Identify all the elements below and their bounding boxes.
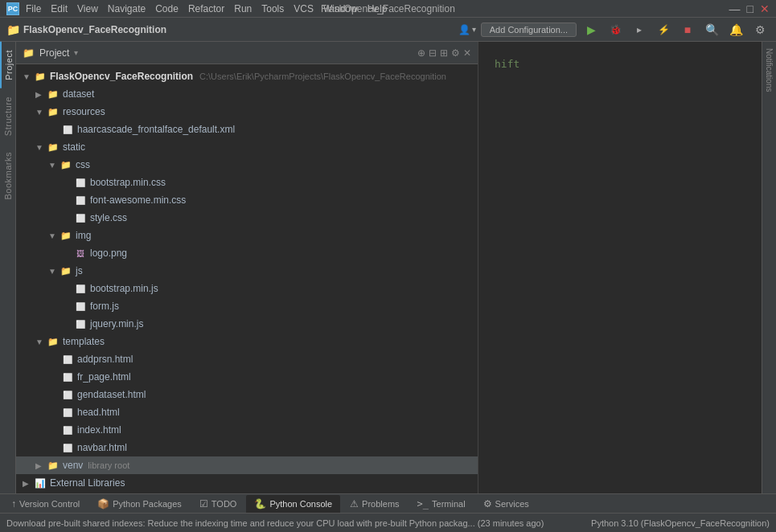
menu-tools[interactable]: Tools [261,3,284,14]
stop-button[interactable]: ■ [678,20,697,39]
sidebar-tab-bookmarks[interactable]: Bookmarks [1,144,15,208]
add-configuration-button[interactable]: Add Configuration... [481,23,577,37]
panel-close-icon[interactable]: ✕ [463,47,471,59]
expand-all-icon[interactable]: ⊞ [440,47,448,59]
tree-item-logo-png[interactable]: 🖼 logo.png [16,244,478,262]
menu-vcs[interactable]: VCS [294,3,314,14]
tree-label-form-js: form.js [90,301,119,312]
tree-item-root[interactable]: ▼ 📁 FlaskOpencv_FaceRecognition C:\Users… [16,68,478,85]
maximize-button[interactable]: □ [747,2,753,15]
tree-item-ext-libs[interactable]: ▶ 📊 External Libraries [16,474,478,492]
tree-label-fontawesome-css: font-awesome.min.css [90,194,186,206]
tree-item-templates[interactable]: ▼ 📁 templates [16,333,478,350]
sidebar-tab-structure[interactable]: Structure [1,88,15,144]
tree-item-gendataset[interactable]: ⬜ gendataset.html [16,386,478,403]
tab-version-control[interactable]: ↑ Version Control [3,495,88,513]
locate-file-icon[interactable]: ⊕ [417,47,425,59]
tree-item-frpage[interactable]: ⬜ fr_page.html [16,368,478,386]
folder-icon-root: 📁 [34,70,47,83]
tab-services[interactable]: ⚙ Services [475,495,537,513]
panel-settings-icon[interactable]: ⚙ [451,47,460,59]
project-panel-controls: ⊕ ⊟ ⊞ ⚙ ✕ [417,47,471,59]
user-icon[interactable]: 👤 ▾ [458,24,476,35]
tree-label-dataset: dataset [63,88,94,100]
tree-item-scratches[interactable]: 📝 Scratches and Consoles [16,492,478,493]
tree-item-index[interactable]: ⬜ index.html [16,421,478,439]
tree-arrow-root: ▼ [23,72,34,81]
tree-label-gendataset: gendataset.html [77,389,146,400]
menu-file[interactable]: File [26,3,41,14]
tab-terminal[interactable]: >_ Terminal [409,495,474,513]
menu-view[interactable]: View [77,3,98,14]
tree-item-fontawesome-css[interactable]: ⬜ font-awesome.min.css [16,191,478,209]
tree-item-img-folder[interactable]: ▼ 📁 img [16,227,478,244]
notifications-sidebar: Notifications [762,42,776,493]
tab-problems[interactable]: ⚠ Problems [342,495,407,513]
debug-button[interactable]: 🐞 [606,20,625,39]
close-button[interactable]: ✕ [760,2,770,15]
notifications-button[interactable]: 🔔 [726,20,745,39]
problems-icon: ⚠ [350,498,359,509]
tree-label-ext-libs: External Libraries [50,477,125,489]
profile-button[interactable]: ⚡ [654,20,673,39]
tree-label-bootstrap-js: bootstrap.min.js [90,283,158,294]
tree-arrow-js-folder: ▼ [48,267,60,276]
app-title: FlaskOpencv_FaceRecognition [321,3,455,14]
tree-item-form-js[interactable]: ⬜ form.js [16,297,478,315]
js-icon-bootstrap: ⬜ [74,282,87,295]
search-everywhere-button[interactable]: 🔍 [702,20,721,39]
tree-item-head[interactable]: ⬜ head.html [16,403,478,421]
tab-todo[interactable]: ☑ TODO [191,495,245,513]
tree-arrow-ext-libs: ▶ [23,479,34,488]
run-button[interactable]: ▶ [581,20,601,39]
menu-edit[interactable]: Edit [51,3,68,14]
tree-item-jquery-js[interactable]: ⬜ jquery.min.js [16,315,478,333]
tree-label-js-folder: js [76,265,83,276]
settings-button[interactable]: ⚙ [750,20,770,39]
tree-label-frpage: fr_page.html [77,371,131,383]
sidebar-tab-project[interactable]: Project [0,42,16,88]
tree-item-js-folder[interactable]: ▼ 📁 js [16,262,478,280]
html-icon-frpage: ⬜ [61,370,74,383]
tree-label-jquery-js: jquery.min.js [90,318,143,329]
tree-label-templates: templates [63,336,105,347]
project-panel-title: Project [39,47,69,59]
tree-item-addprsn[interactable]: ⬜ addprsn.html [16,350,478,368]
menu-code[interactable]: Code [155,3,179,14]
js-icon-form: ⬜ [74,300,87,313]
toolbar-right: 👤 ▾ Add Configuration... ▶ 🐞 ▸ ⚡ ■ 🔍 🔔 ⚙ [458,20,770,39]
collapse-all-icon[interactable]: ⊟ [429,47,437,59]
folder-icon-resources: 📁 [47,105,60,118]
tree-item-bootstrap-js[interactable]: ⬜ bootstrap.min.js [16,280,478,297]
html-icon-head: ⬜ [61,406,74,419]
tree-arrow-css-folder: ▼ [48,161,60,170]
coverage-button[interactable]: ▸ [630,20,649,39]
menu-run[interactable]: Run [234,3,252,14]
css-icon-bootstrap: ⬜ [74,176,87,189]
tree-item-navbar[interactable]: ⬜ navbar.html [16,439,478,456]
tree-item-resources[interactable]: ▼ 📁 resources [16,103,478,121]
tree-arrow-dataset: ▶ [35,90,47,99]
panel-dropdown-arrow[interactable]: ▾ [74,48,78,57]
tree-label-style-css: style.css [90,212,127,223]
folder-icon-js: 📁 [60,264,72,277]
tree-item-dataset[interactable]: ▶ 📁 dataset [16,85,478,103]
project-name: FlaskOpencv_FaceRecognition [23,24,166,35]
tree-item-static[interactable]: ▼ 📁 static [16,138,478,156]
folder-icon-dataset: 📁 [47,88,60,100]
menu-navigate[interactable]: Navigate [108,3,146,14]
folder-icon-templates: 📁 [47,335,60,348]
tree-label-root: FlaskOpencv_FaceRecognition [50,71,193,82]
tree-item-css-folder[interactable]: ▼ 📁 css [16,156,478,174]
tree-item-venv[interactable]: ▶ 📁 venv library root [16,456,478,474]
notifications-label[interactable]: Notifications [763,45,775,95]
tree-item-style-css[interactable]: ⬜ style.css [16,209,478,227]
menu-refactor[interactable]: Refactor [188,3,224,14]
tree-item-bootstrap-css[interactable]: ⬜ bootstrap.min.css [16,174,478,191]
python-console-icon: 🐍 [254,498,266,509]
tree-item-haarcascade[interactable]: ⬜ haarcascade_frontalface_default.xml [16,121,478,138]
tree-label-head: head.html [77,407,120,418]
tab-python-packages[interactable]: 📦 Python Packages [89,495,190,513]
minimize-button[interactable]: — [729,2,741,15]
tab-python-console[interactable]: 🐍 Python Console [246,495,340,513]
